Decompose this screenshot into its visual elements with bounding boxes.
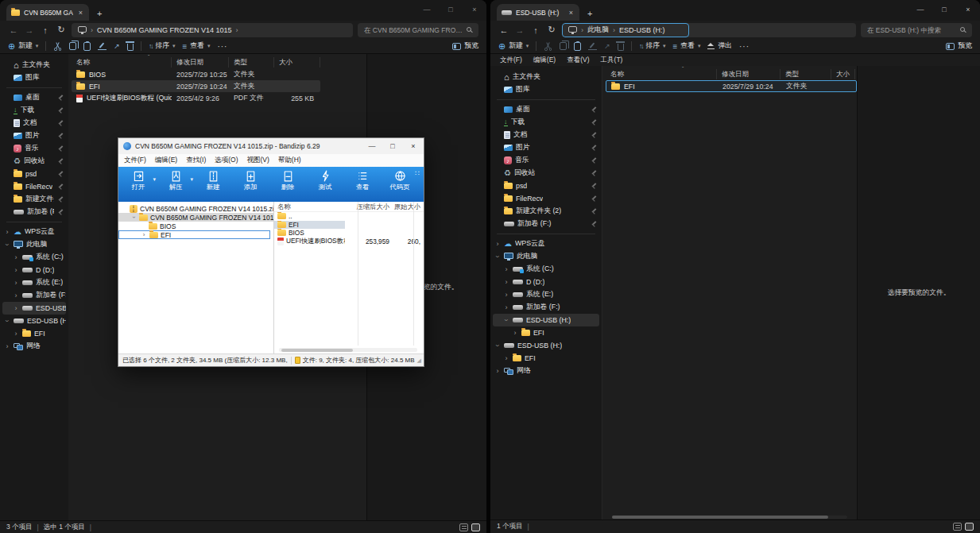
sidebar-item-21[interactable]: ›ESD-USB (H:) — [2, 315, 66, 327]
column-header-1[interactable]: 修改日期 — [172, 57, 229, 68]
sidebar-item-9[interactable]: psd — [493, 180, 599, 192]
archive-row-3[interactable]: UEFI快速刷BIOS教程 (Quick fla...253,959260, — [274, 238, 424, 246]
new-button[interactable]: ⊕新建▾ — [8, 41, 38, 51]
close-button[interactable]: × — [956, 0, 980, 19]
chevron-right-icon[interactable]: › — [512, 329, 518, 337]
maximize-button[interactable]: □ — [932, 0, 956, 19]
sidebar-item-1[interactable]: 图库 — [2, 71, 66, 84]
maximize-button[interactable]: □ — [439, 0, 463, 19]
chevron-right-icon[interactable]: › — [503, 303, 509, 311]
file-row-0[interactable]: EFI2025/7/29 10:24文件夹 — [606, 80, 857, 92]
horizontal-scrollbar[interactable] — [279, 348, 417, 352]
maximize-button[interactable]: □ — [382, 138, 403, 154]
sidebar-item-10[interactable]: FileRecv — [493, 192, 599, 205]
sidebar-item-19[interactable]: ›新加卷 (F:) — [493, 301, 599, 314]
close-button[interactable]: × — [403, 138, 424, 154]
sidebar-item-15[interactable]: ›此电脑 — [2, 238, 66, 251]
file-row-2[interactable]: UEFI快速刷BIOS教程 (Quick flash BIO...2025/4/… — [72, 92, 320, 104]
bandizip-menu-item-0[interactable]: 文件(F) — [124, 156, 146, 165]
view-button[interactable]: ≡查看▾ — [182, 41, 210, 51]
column-header-0[interactable]: 名称 — [274, 203, 345, 211]
sidebar-item-9[interactable]: psd — [2, 168, 66, 180]
close-button[interactable]: × — [463, 0, 486, 19]
sidebar-item-4[interactable]: ↓下载 — [2, 104, 66, 117]
column-header-0[interactable]: 名称 — [606, 69, 717, 79]
minimize-button[interactable]: — — [415, 0, 439, 19]
tab-drive[interactable]: ESD-USB (H:) × — [497, 4, 579, 21]
chevron-right-icon[interactable]: › — [13, 330, 19, 338]
chevron-right-icon[interactable]: › — [4, 228, 10, 236]
bandizip-title-bar[interactable]: CVN B650M GAMING FROZEN V14 1015.zip - B… — [118, 138, 424, 154]
eject-button[interactable]: 弹出 — [707, 41, 732, 51]
preview-toggle-button[interactable]: 预览 — [946, 41, 972, 51]
tree-item-1[interactable]: ›CVN B650M GAMING FROZEN V14 1015 — [118, 213, 273, 222]
back-button[interactable]: ← — [498, 25, 509, 35]
menu-item-0[interactable]: 文件(F) — [500, 56, 522, 65]
chevron-right-icon[interactable]: › — [13, 279, 19, 287]
sidebar-item-20[interactable]: ›ESD-USB (H:) — [493, 314, 599, 326]
sidebar-item-22[interactable]: ›EFI — [2, 327, 66, 340]
bandizip-tool-codepage[interactable]: 代码页 — [382, 169, 418, 202]
column-header-2[interactable]: 类型 — [229, 57, 274, 68]
sidebar-item-23[interactable]: ›网络 — [2, 340, 66, 353]
bandizip-menu-item-1[interactable]: 编辑(E) — [155, 156, 177, 165]
sidebar-item-15[interactable]: ›此电脑 — [493, 250, 599, 263]
sidebar-item-5[interactable]: 文档 — [2, 117, 66, 129]
delete-button[interactable] — [127, 41, 134, 51]
copy-button[interactable] — [69, 42, 76, 50]
close-tab-icon[interactable]: × — [567, 9, 575, 17]
preview-toggle-button[interactable]: 预览 — [452, 41, 478, 51]
minimize-button[interactable]: — — [362, 138, 382, 154]
horizontal-scrollbar[interactable] — [612, 516, 847, 519]
sidebar-item-12[interactable]: 新加卷 (F:) — [493, 218, 599, 230]
copy-button[interactable] — [560, 42, 567, 50]
search-input[interactable] — [358, 26, 478, 34]
minimize-button[interactable]: — — [908, 0, 932, 19]
chevron-down-icon[interactable]: › — [3, 241, 11, 248]
search-input[interactable] — [861, 26, 972, 34]
forward-button[interactable]: → — [24, 25, 35, 35]
tree-item-3[interactable]: ›EFI — [118, 230, 270, 239]
column-header-2[interactable]: 原始大小 — [393, 203, 424, 211]
bandizip-tool-add[interactable]: 添加 — [232, 169, 269, 202]
archive-row-1[interactable]: EFI — [274, 221, 424, 230]
chevron-right-icon[interactable]: › — [13, 292, 19, 299]
file-row-1[interactable]: EFI2025/7/29 10:24文件夹 — [72, 80, 320, 92]
close-tab-icon[interactable]: × — [77, 9, 84, 17]
tree-item-0[interactable]: CVN B650M GAMING FROZEN V14 1015.zip — [118, 204, 273, 213]
chevron-right-icon[interactable]: › — [4, 342, 10, 350]
sidebar-item-21[interactable]: ›EFI — [493, 326, 599, 339]
new-tab-button[interactable]: + — [587, 9, 592, 18]
address-bar[interactable]: ›此电脑›ESD-USB (H:) — [562, 23, 856, 37]
menu-item-3[interactable]: 工具(T) — [601, 56, 623, 65]
sidebar-item-6[interactable]: 图片 — [493, 141, 599, 154]
sort-button[interactable]: ↑↓排序▾ — [149, 41, 176, 51]
sidebar-item-22[interactable]: ›ESD-USB (H:) — [493, 339, 599, 352]
column-header-3[interactable]: 大小 — [274, 57, 320, 68]
chevron-right-icon[interactable]: › — [503, 354, 509, 362]
sidebar-item-17[interactable]: ›D (D:) — [2, 264, 66, 276]
bandizip-menu-item-5[interactable]: 帮助(H) — [278, 156, 301, 165]
back-button[interactable]: ← — [8, 25, 19, 35]
search-box[interactable] — [861, 23, 972, 37]
column-header-1[interactable]: 修改日期 — [717, 69, 781, 79]
tree-item-2[interactable]: BIOS — [118, 222, 273, 230]
chevron-right-icon[interactable]: › — [13, 304, 19, 312]
chevron-right-icon[interactable]: › — [13, 266, 19, 274]
sidebar-item-14[interactable]: ›☁WPS云盘 — [493, 238, 599, 250]
chevron-right-icon[interactable]: › — [494, 240, 501, 248]
sidebar-item-16[interactable]: ›系统 (C:) — [2, 251, 66, 264]
sidebar-item-19[interactable]: ›新加卷 (F:) — [2, 289, 66, 302]
column-header-0[interactable]: 名称 — [72, 57, 172, 68]
bandizip-tool-test[interactable]: 测试 — [307, 169, 343, 202]
address-bar[interactable]: ›CVN B650M GAMING FROZEN V14 1015› — [72, 23, 353, 37]
cut-button[interactable] — [53, 42, 62, 51]
chevron-right-icon[interactable]: › — [503, 265, 509, 273]
sidebar-item-20[interactable]: ›ESD-USB (H:) — [2, 302, 66, 315]
sidebar-item-7[interactable]: ♪音乐 — [2, 142, 66, 155]
sidebar-item-6[interactable]: 图片 — [2, 129, 66, 142]
details-view-button[interactable] — [953, 523, 962, 531]
breadcrumb-item[interactable]: ESD-USB (H:) — [619, 26, 665, 34]
chevron-right-icon[interactable]: › — [494, 367, 501, 375]
breadcrumb-item[interactable]: 此电脑 — [587, 25, 609, 35]
